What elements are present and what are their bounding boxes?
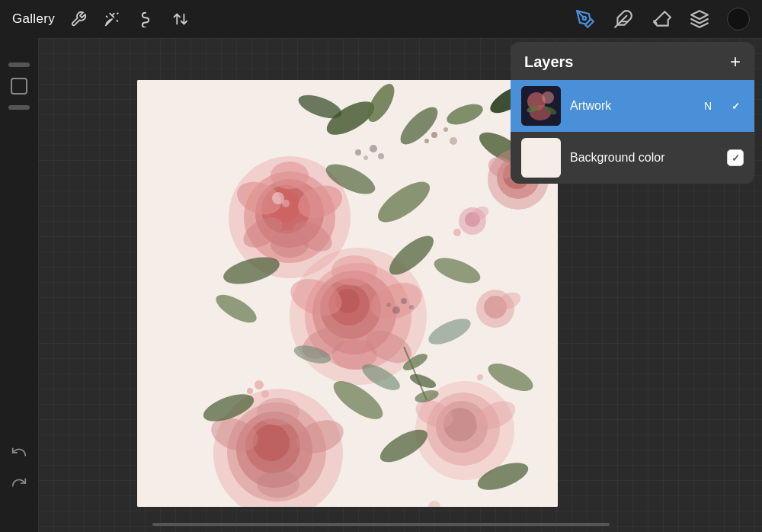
- svg-point-0: [583, 17, 586, 20]
- svg-point-17: [424, 139, 429, 143]
- redo-button[interactable]: [11, 474, 27, 494]
- layer-thumbnail-artwork: [521, 86, 561, 126]
- svg-point-56: [257, 470, 299, 498]
- sidebar-controls: [8, 62, 30, 110]
- svg-point-99: [247, 388, 253, 394]
- svg-point-92: [363, 155, 368, 160]
- background-thumbnail-preview: [521, 138, 561, 178]
- svg-point-30: [282, 200, 290, 207]
- svg-point-44: [331, 255, 377, 286]
- svg-point-52: [253, 425, 290, 461]
- gallery-button[interactable]: Gallery: [12, 11, 55, 27]
- artwork-canvas[interactable]: [137, 80, 558, 507]
- svg-point-95: [409, 305, 414, 309]
- svg-point-98: [255, 380, 264, 389]
- layer-thumbnail-background: [521, 138, 561, 178]
- artwork-layer-mode: N: [704, 100, 712, 112]
- layer-item-background[interactable]: Background color ✓: [511, 132, 754, 184]
- magic-wand-icon[interactable]: [102, 9, 122, 29]
- layers-panel: Layers + Artwork N ✓ Ba: [511, 42, 754, 184]
- layers-title: Layers: [524, 53, 574, 71]
- svg-point-93: [355, 149, 361, 155]
- svg-point-55: [257, 398, 299, 425]
- toolbar-left: Gallery: [12, 9, 575, 29]
- liquify-icon[interactable]: [136, 9, 155, 29]
- wrench-icon[interactable]: [69, 9, 88, 29]
- eraser-tool-icon[interactable]: [651, 8, 672, 30]
- svg-point-16: [450, 137, 457, 145]
- opacity-slider[interactable]: [8, 62, 30, 67]
- pen-tool-icon[interactable]: [575, 8, 596, 30]
- transform-icon[interactable]: [169, 9, 189, 29]
- svg-point-101: [453, 229, 461, 236]
- artwork-layer-visibility[interactable]: ✓: [727, 98, 744, 114]
- svg-point-97: [386, 303, 391, 307]
- svg-point-100: [261, 390, 269, 398]
- left-sidebar: [0, 38, 38, 532]
- svg-point-94: [401, 298, 407, 304]
- svg-point-15: [443, 127, 448, 132]
- svg-point-14: [431, 132, 437, 138]
- background-layer-visibility[interactable]: ✓: [727, 149, 744, 166]
- svg-marker-3: [691, 11, 708, 19]
- layers-tool-icon[interactable]: [689, 8, 710, 30]
- artwork-layer-label: Artwork: [570, 99, 695, 113]
- size-slider[interactable]: [8, 105, 30, 110]
- artwork-visibility-check: ✓: [732, 101, 740, 112]
- svg-point-25: [271, 162, 309, 189]
- add-layer-button[interactable]: +: [730, 53, 741, 71]
- selection-tool-button[interactable]: [11, 78, 27, 95]
- background-visibility-check: ✓: [732, 152, 740, 164]
- svg-point-96: [392, 306, 400, 314]
- layer-item-artwork[interactable]: Artwork N ✓: [511, 80, 754, 132]
- layers-header: Layers +: [511, 42, 754, 80]
- svg-point-102: [477, 374, 483, 380]
- undo-button[interactable]: [11, 444, 27, 463]
- artwork-thumbnail-preview: [521, 86, 561, 126]
- ink-tool-icon[interactable]: [613, 8, 634, 30]
- toolbar-right: [575, 8, 750, 30]
- svg-point-106: [542, 91, 554, 104]
- svg-point-90: [370, 145, 377, 152]
- background-layer-label: Background color: [570, 151, 718, 165]
- color-picker-icon[interactable]: [727, 8, 750, 30]
- bottom-scrollbar[interactable]: [152, 523, 610, 526]
- svg-point-91: [378, 153, 384, 159]
- top-toolbar: Gallery: [0, 0, 762, 38]
